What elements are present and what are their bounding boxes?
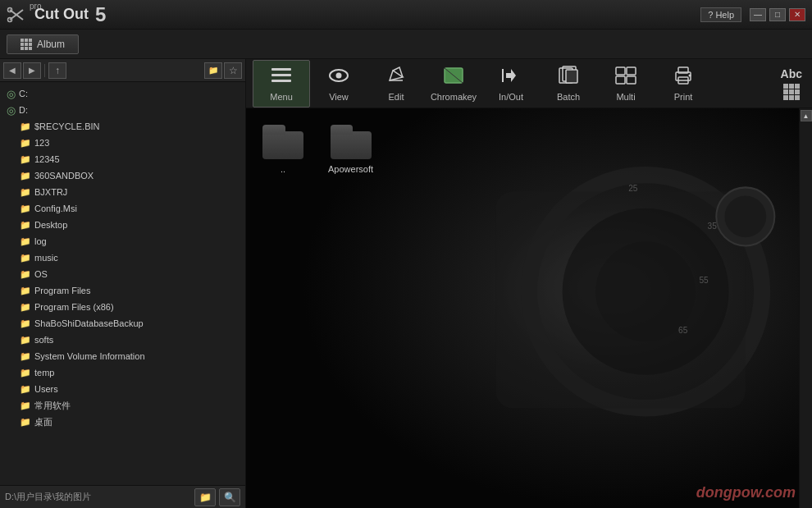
new-folder-button[interactable]: 📁 [204,62,222,79]
folder-temp-icon: 📁 [20,368,31,378]
album-label: Album [37,39,65,50]
tree-folder-os[interactable]: 📁 OS [0,266,245,282]
menu-item-inout[interactable]: In/Out [482,60,540,108]
folder-systemvolume-label: System Volume Information [34,351,145,361]
tree-folder-users[interactable]: 📁 Users [0,381,245,397]
folder-360sandbox-label: 360SANDBOX [34,171,94,181]
folder-123-icon: 📁 [20,138,31,149]
main-content: ◀ ▶ ↑ 📁 ☆ ◎ C: ◎ D: 📁 $RECYCLE.BIN [0,59,812,508]
menu-item-menu[interactable]: Menu [253,60,310,108]
tree-folder-softs[interactable]: 📁 softs [0,332,245,348]
scissors-icon [7,3,30,26]
tree-folder-programfilesx86[interactable]: 📁 Program Files (x86) [0,299,245,315]
grid-view-icon[interactable] [783,84,800,100]
folder-apowersoft[interactable]: Apowersoft [328,125,373,174]
tree-folder-music[interactable]: 📁 music [0,249,245,266]
folder-parent[interactable]: .. [262,125,303,174]
svg-rect-5 [271,74,291,76]
svg-point-29 [724,196,766,238]
folder-12345-icon: 📁 [20,154,31,165]
left-panel: ◀ ▶ ↑ 📁 ☆ ◎ C: ◎ D: 📁 $RECYCLE.BIN [0,59,246,508]
close-button[interactable]: ✕ [789,8,805,21]
tree-folder-configmsi[interactable]: 📁 Config.Msi [0,200,245,217]
folder-apowersoft-icon [331,125,372,159]
scroll-up-button[interactable]: ▲ [801,110,812,121]
folder-shaboshi-icon: 📁 [20,318,31,329]
svg-point-22 [689,74,691,76]
status-buttons: 📁 🔍 [194,488,240,506]
menu-batch-icon [557,66,580,90]
folder-softs-icon: 📁 [20,335,31,346]
menu-edit-icon [385,66,408,90]
right-panel: Menu View [246,59,812,508]
scroll-panel: ▲ [799,108,812,508]
drive-c-label: C: [19,89,28,98]
search-button[interactable]: 🔍 [219,488,240,506]
menu-item-view[interactable]: View [310,60,367,108]
folder-systemvolume-icon: 📁 [20,351,31,362]
tree-folder-changyong[interactable]: 📁 常用软件 [0,397,245,414]
menu-item-chromakey[interactable]: Chromakey [425,60,482,108]
drive-d-label: D: [19,105,28,115]
svg-rect-18 [627,76,636,84]
browse-button[interactable]: 📁 [194,488,216,506]
tree-folder-360sandbox[interactable]: 📁 360SANDBOX [0,167,245,184]
forward-button[interactable]: ▶ [23,62,41,79]
tree-folder-programfiles[interactable]: 📁 Program Files [0,282,245,299]
menu-print-icon [672,66,695,90]
tree-folder-temp[interactable]: 📁 temp [0,364,245,381]
help-icon: ? [708,10,713,20]
maximize-button[interactable]: □ [769,8,786,21]
bookmark-button[interactable]: ☆ [224,62,242,79]
folder-zhuomian-label: 桌面 [34,416,52,428]
menu-edit-label: Edit [389,92,404,102]
tree-drive-d[interactable]: ◎ D: [0,102,245,118]
title-bar: pro Cut Out 5 ? Help — □ ✕ [0,0,812,30]
tree-folder-12345[interactable]: 📁 12345 [0,151,245,167]
tree-folder-zhuomian[interactable]: 📁 桌面 [0,414,245,430]
back-button[interactable]: ◀ [3,62,21,79]
tree-folder-desktop[interactable]: 📁 Desktop [0,217,245,233]
menu-item-print[interactable]: Print [655,60,712,108]
tree-folder-shaboshi[interactable]: 📁 ShaBoShiDatabaseBackup [0,315,245,332]
folder-os-icon: 📁 [20,269,31,280]
up-button[interactable]: ↑ [48,62,66,79]
svg-rect-15 [616,67,625,75]
folder-recycle-icon: 📁 [20,121,31,132]
svg-point-8 [336,72,342,78]
folder-parent-icon [262,125,303,159]
menu-multi-icon [614,66,637,90]
tree-folder-log[interactable]: 📁 log [0,233,245,249]
minimize-button[interactable]: — [750,8,766,21]
drive-c-icon: ◎ [7,88,16,100]
menu-batch-label: Batch [557,92,580,102]
menu-print-label: Print [674,92,693,102]
app-title-text: Cut Out [34,6,89,23]
tree-folder-123[interactable]: 📁 123 [0,135,245,151]
folder-changyong-label: 常用软件 [34,400,71,412]
tree-folder-bjxtrj[interactable]: 📁 BJXTRJ [0,184,245,200]
svg-text:25: 25 [628,184,638,193]
menu-view-icon [327,66,350,90]
album-button[interactable]: Album [7,34,79,54]
album-bar: Album [0,30,812,59]
menu-menu-label: Menu [270,92,293,102]
folder-configmsi-label: Config.Msi [34,204,77,213]
menu-right-controls: Abc [781,67,805,100]
help-button[interactable]: ? Help [700,7,741,22]
folder-bjxtrj-icon: 📁 [20,187,31,198]
folder-360sandbox-icon: 📁 [20,171,31,181]
folder-desktop-label: Desktop [34,220,67,230]
menu-menu-icon [270,66,293,90]
app-logo: pro Cut Out 5 [7,3,106,26]
menu-item-batch[interactable]: Batch [540,60,597,108]
tree-drive-c[interactable]: ◎ C: [0,85,245,102]
tree-folder-recycle[interactable]: 📁 $RECYCLE.BIN [0,118,245,135]
folder-123-label: 123 [34,138,49,148]
folder-users-icon: 📁 [20,384,31,395]
menu-item-edit[interactable]: Edit [367,60,425,108]
folder-zhuomian-icon: 📁 [20,417,31,428]
tree-folder-systemvolume[interactable]: 📁 System Volume Information [0,348,245,364]
folder-bjxtrj-label: BJXTRJ [34,187,67,197]
menu-item-multi[interactable]: Multi [597,60,655,108]
